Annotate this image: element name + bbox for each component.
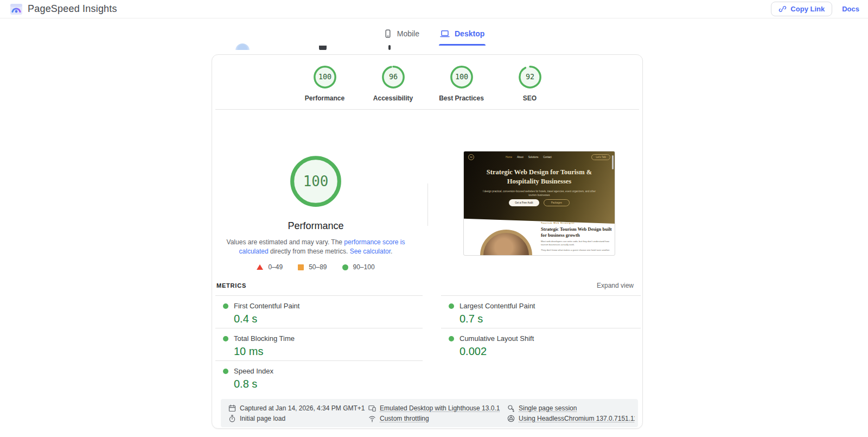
stopwatch-icon <box>228 415 236 422</box>
legend-range: 90–100 <box>353 263 375 271</box>
capture-text[interactable]: Emulated Desktop with Lighthouse 13.0.1 <box>380 404 500 412</box>
site-nav-link: Home <box>506 156 512 159</box>
divider <box>427 183 428 226</box>
copy-link-label: Copy Link <box>790 5 825 13</box>
capture-text: Initial page load <box>240 415 285 422</box>
throttling-icon <box>368 415 376 422</box>
capture-browser: Using HeadlessChromium 137.0.7151.119 wi… <box>507 415 635 422</box>
clipped-text-fragment <box>319 46 327 50</box>
desktop-laptop-icon <box>440 29 450 38</box>
site-paragraph: They don't know what makes a guest choos… <box>541 249 614 252</box>
capture-text[interactable]: Using HeadlessChromium 137.0.7151.119 wi… <box>519 415 635 422</box>
metric-value: 0.002 <box>459 345 641 358</box>
device-tabbar: Mobile Desktop <box>0 26 868 46</box>
clipped-text-fragment <box>388 45 391 50</box>
svg-text:100: 100 <box>455 73 468 81</box>
site-portrait-photo <box>480 230 532 256</box>
metrics-left-column: First Contentful Paint 0.4 s Total Block… <box>215 295 423 393</box>
divider <box>215 109 639 110</box>
metrics-section-heading: METRICS <box>216 282 246 289</box>
calendar-icon <box>228 404 236 412</box>
site-nav-link: Contact <box>543 156 552 159</box>
capture-load-type: Initial page load <box>228 415 368 422</box>
see-calculator-link[interactable]: See calculator <box>350 248 391 255</box>
chromium-icon <box>507 415 515 422</box>
disclaimer-text: Values are estimated and may vary. The <box>227 238 344 246</box>
score-label: Accessibility <box>373 94 413 102</box>
performance-gauge: 100 <box>289 154 343 208</box>
metric-first-contentful-paint: First Contentful Paint 0.4 s <box>215 295 423 328</box>
score-best-practices[interactable]: 100 Best Practices <box>437 65 487 102</box>
final-screenshot-thumbnail[interactable]: M Home About Solutions Contact Let's Tal… <box>463 151 615 256</box>
disclaimer-text: directly from these metrics. <box>269 248 350 255</box>
score-label: Performance <box>305 94 344 102</box>
svg-text:100: 100 <box>318 73 331 81</box>
capture-session-type: Single page session <box>507 404 635 412</box>
site-section-label: Tourism Web Strategist <box>541 221 575 224</box>
metric-value: 0.8 s <box>234 378 423 390</box>
legend-range: 0–49 <box>268 263 283 271</box>
metric-name: Largest Contentful Paint <box>459 302 535 310</box>
score-performance[interactable]: 100 Performance <box>300 65 350 102</box>
metric-value: 0.4 s <box>234 313 423 325</box>
pagespeed-logo-icon <box>10 3 23 16</box>
pass-dot-icon <box>449 303 454 309</box>
category-scores-row: 100 Performance 96 Accessibility 100 Bes… <box>212 65 642 102</box>
metric-total-blocking-time: Total Blocking Time 10 ms <box>215 328 423 360</box>
pass-circle-icon <box>342 264 348 270</box>
metric-value: 0.7 s <box>459 313 641 325</box>
metric-name: First Contentful Paint <box>234 302 299 310</box>
score-label: Best Practices <box>439 94 484 102</box>
metric-largest-contentful-paint: Largest Contentful Paint 0.7 s <box>441 295 641 328</box>
docs-link[interactable]: Docs <box>842 5 859 13</box>
session-icon <box>507 404 515 412</box>
capture-text[interactable]: Custom throttling <box>380 415 429 422</box>
average-square-icon <box>298 264 304 270</box>
legend-pass: 90–100 <box>342 263 375 271</box>
fail-triangle-icon <box>257 264 263 270</box>
svg-text:92: 92 <box>525 73 534 81</box>
score-seo[interactable]: 92 SEO <box>505 65 555 102</box>
active-tab-underline <box>439 44 486 46</box>
gauge-category-title: Performance <box>234 220 397 232</box>
score-legend: 0–49 50–89 90–100 <box>226 263 405 271</box>
site-nav-link: Solutions <box>528 156 539 159</box>
site-cta-button: Let's Talk <box>591 154 610 160</box>
app-header: PageSpeed Insights Copy Link Docs <box>0 0 868 18</box>
metric-value: 10 ms <box>234 345 423 358</box>
pass-dot-icon <box>223 369 228 374</box>
capture-throttling: Custom throttling <box>368 415 507 422</box>
tab-desktop[interactable]: Desktop <box>439 26 486 46</box>
metric-name: Cumulative Layout Shift <box>459 334 534 343</box>
score-accessibility[interactable]: 96 Accessibility <box>368 65 418 102</box>
emulated-device-icon <box>368 404 376 412</box>
site-nav: M Home About Solutions Contact Let's Tal… <box>468 154 610 160</box>
pass-dot-icon <box>449 336 454 341</box>
capture-timestamp: Captured at Jan 14, 2026, 4:34 PM GMT+1 <box>228 404 368 412</box>
site-logo: M <box>468 154 474 160</box>
capture-text: Captured at Jan 14, 2026, 4:34 PM GMT+1 <box>240 404 365 412</box>
score-label: SEO <box>523 94 537 102</box>
capture-text[interactable]: Single page session <box>519 404 577 412</box>
pass-dot-icon <box>223 303 228 309</box>
thumbnail-scrollbar[interactable] <box>612 155 614 169</box>
site-nav-link: About <box>517 156 524 159</box>
svg-text:96: 96 <box>388 73 397 81</box>
metric-cumulative-layout-shift: Cumulative Layout Shift 0.002 <box>441 328 641 360</box>
page-title: PageSpeed Insights <box>28 3 117 15</box>
tab-mobile-label: Mobile <box>397 29 419 38</box>
report-card: 100 Performance 96 Accessibility 100 Bes… <box>212 54 643 429</box>
expand-view-button[interactable]: Expand view <box>597 282 634 289</box>
site-packages-button: Packages <box>544 199 570 206</box>
site-hero-subtitle: I design practical, conversion-focused w… <box>482 189 596 197</box>
site-paragraph: Most web developers can write code, but … <box>541 240 614 246</box>
tab-desktop-label: Desktop <box>455 29 484 38</box>
copy-link-button[interactable]: Copy Link <box>771 2 832 16</box>
metric-speed-index: Speed Index 0.8 s <box>215 360 423 393</box>
legend-average: 50–89 <box>298 263 327 271</box>
capture-info-bar: Captured at Jan 14, 2026, 4:34 PM GMT+1 … <box>221 399 638 427</box>
metric-name: Total Blocking Time <box>234 334 295 343</box>
metric-name: Speed Index <box>234 367 273 375</box>
legend-range: 50–89 <box>309 263 327 271</box>
site-hero-title: Strategic Web Design for Tourism & Hospi… <box>477 168 602 186</box>
